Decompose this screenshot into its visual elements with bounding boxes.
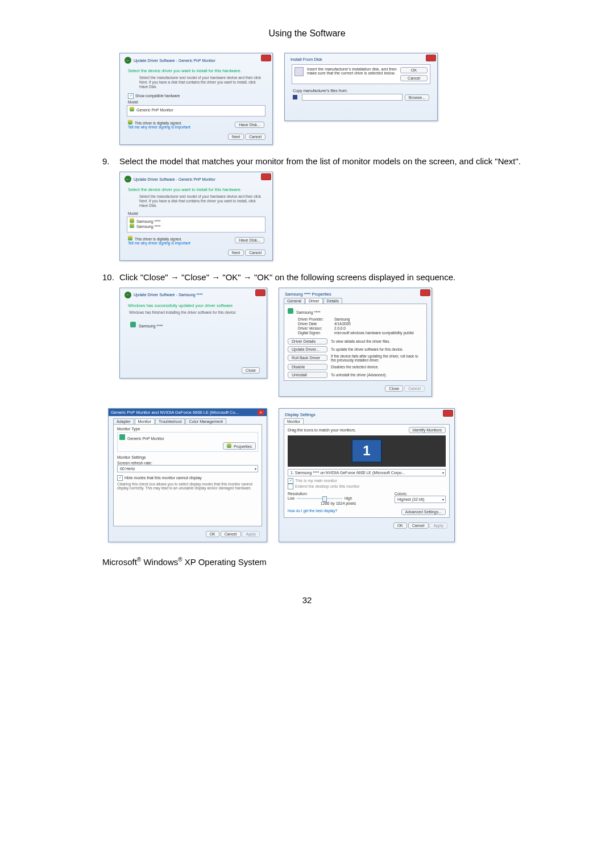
best-display-link[interactable]: How do I get the best display? — [288, 509, 337, 515]
install-text: Insert the manufacturer's installation d… — [307, 67, 397, 75]
tab-monitor[interactable]: Monitor — [284, 418, 304, 424]
dialog-subtext: Select the manufacturer and model of you… — [122, 76, 270, 92]
tab-troubleshoot[interactable]: Troubleshoot — [155, 418, 185, 424]
signed-text: This driver is digitally signed. — [135, 121, 182, 125]
ok-button[interactable]: OK — [206, 531, 219, 537]
display-settings-dialog: Display Settings Monitor Drag the icons … — [279, 408, 455, 542]
success-sub: Windows has finished installing the driv… — [122, 310, 264, 318]
properties-button[interactable]: Properties — [223, 442, 256, 450]
ok-button[interactable]: OK — [400, 67, 428, 73]
prop-label: Driver Provider: — [298, 317, 332, 321]
cancel-button[interactable]: Cancel — [408, 522, 429, 529]
shield-icon — [130, 218, 134, 223]
ok-button[interactable]: OK — [393, 522, 407, 529]
have-disk-button[interactable]: Have Disk... — [235, 122, 264, 128]
path-field[interactable] — [302, 94, 403, 101]
tab-details[interactable]: Details — [323, 298, 342, 304]
monitor-preview[interactable]: 1 — [288, 435, 446, 467]
cancel-button[interactable]: Cancel — [221, 531, 241, 537]
update-driver-button[interactable]: Update Driver... — [288, 346, 327, 352]
model-list[interactable]: Samsung **** Samsung **** — [127, 217, 265, 232]
dialog-title: Samsung **** Properties — [281, 290, 429, 298]
resolution-value: 1280 by 1024 pixels — [288, 501, 389, 505]
step-number: 9. — [102, 156, 119, 166]
resolution-slider[interactable] — [297, 498, 342, 499]
res-low: Low — [288, 496, 294, 500]
model-label: Model — [122, 100, 270, 104]
compat-checkbox[interactable]: ✓ — [128, 93, 134, 99]
step-text: Click "Close" → "Close" → "OK" → "OK" on… — [119, 272, 569, 282]
main-monitor-checkbox: ✓ — [288, 478, 293, 484]
prop-value: 2.0.0.0 — [334, 326, 423, 330]
close-icon[interactable]: × — [258, 410, 264, 415]
colors-dropdown[interactable]: Highest (32 bit) — [395, 496, 446, 503]
tab-general[interactable]: General — [284, 298, 305, 304]
list-item[interactable]: Generic PnP Monitor — [136, 108, 173, 112]
close-button[interactable]: Close — [385, 385, 403, 392]
advanced-button[interactable]: Advanced Settings... — [401, 509, 446, 515]
os-heading: Microsoft® Windows® XP Operating System — [102, 556, 569, 567]
close-icon[interactable] — [255, 289, 265, 296]
close-icon[interactable] — [261, 55, 271, 61]
close-icon[interactable] — [426, 55, 436, 61]
extend-checkbox — [288, 484, 293, 489]
cancel-button[interactable]: Cancel — [400, 75, 428, 81]
next-button[interactable]: Next — [228, 250, 244, 256]
monitor-select[interactable]: 1. Samsung **** on NVIDIA GeForce 6600 L… — [288, 469, 446, 476]
model-list[interactable]: Generic PnP Monitor — [127, 105, 265, 117]
hide-modes-checkbox[interactable]: ✓ — [117, 475, 123, 481]
list-item[interactable]: Samsung **** — [136, 225, 160, 229]
breadcrumb: Update Driver Software - Samsung **** — [134, 293, 202, 297]
main-monitor-label: This is my main monitor — [295, 479, 337, 483]
close-icon[interactable] — [261, 173, 271, 180]
close-button[interactable]: Close — [242, 367, 260, 373]
driver-details-button[interactable]: Driver Details — [288, 338, 327, 344]
tab-color[interactable]: Color Management — [185, 418, 226, 424]
success-header: Windows has successfully updated your dr… — [122, 300, 264, 310]
monitor-1-icon[interactable]: 1 — [351, 439, 382, 463]
next-button[interactable]: Next — [228, 134, 244, 140]
uninstall-button[interactable]: Uninstall — [288, 372, 327, 378]
prop-value: microsoft windows hardware compatibility… — [334, 331, 423, 335]
driver-properties-dialog: Samsung **** Properties General Driver D… — [279, 288, 432, 397]
browse-button[interactable]: Browse... — [405, 94, 429, 101]
hide-modes-desc: Clearing this check box allows you to se… — [117, 482, 258, 490]
prop-label: Driver Date: — [298, 322, 332, 326]
compat-label: Show compatible hardware — [135, 94, 180, 98]
back-icon[interactable]: ← — [125, 292, 131, 298]
disk-icon — [294, 67, 304, 76]
shield-icon — [130, 223, 134, 228]
update-success-dialog: ←Update Driver Software - Samsung **** W… — [119, 288, 267, 379]
shield-icon — [130, 107, 134, 111]
tab-adapter[interactable]: Adapter — [113, 418, 134, 424]
close-icon[interactable] — [443, 410, 453, 417]
tab-driver[interactable]: Driver — [305, 298, 323, 304]
shield-icon — [227, 443, 231, 448]
back-icon[interactable]: ← — [125, 176, 131, 182]
monitor-properties-dialog: Generic PnP Monitor and NVIDIA GeForce 6… — [108, 408, 267, 542]
install-from-disk-dialog: Install From Disk Insert the manufacture… — [284, 53, 438, 121]
monitor-settings-label: Monitor Settings — [117, 455, 258, 459]
breadcrumb: Update Driver Software - Generic PnP Mon… — [134, 177, 215, 181]
identify-button[interactable]: Identify Monitors — [409, 427, 446, 433]
drag-label: Drag the icons to match your monitors. — [288, 428, 356, 432]
close-icon[interactable] — [420, 289, 430, 296]
dialog-header: Select the device driver you want to ins… — [122, 65, 270, 76]
cancel-button[interactable]: Cancel — [245, 250, 265, 256]
dialog-title: Display Settings — [281, 411, 452, 418]
signing-link[interactable]: Tell me why driver signing is important — [128, 241, 190, 245]
list-item[interactable]: Samsung **** — [136, 219, 160, 223]
disable-button[interactable]: Disable — [288, 364, 327, 370]
refresh-dropdown[interactable]: 60 Hertz — [117, 465, 258, 472]
btn-desc: To update the driver software for this d… — [331, 347, 423, 351]
prop-value: 4/14/2005 — [334, 322, 423, 326]
signed-text: This driver is digitally signed. — [135, 237, 182, 241]
cancel-button[interactable]: Cancel — [245, 134, 265, 140]
btn-desc: To view details about the driver files. — [331, 339, 423, 343]
rollback-button[interactable]: Roll Back Driver — [288, 355, 327, 361]
have-disk-button[interactable]: Have Disk... — [235, 237, 264, 243]
back-icon[interactable]: ← — [125, 57, 131, 64]
tab-monitor[interactable]: Monitor — [135, 418, 155, 424]
signing-link[interactable]: Tell me why driver signing is important — [128, 125, 190, 129]
btn-desc: If the device fails after updating the d… — [331, 354, 423, 362]
